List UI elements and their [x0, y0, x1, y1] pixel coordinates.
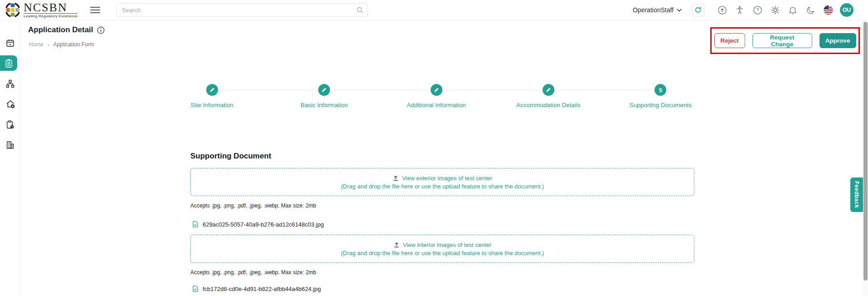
step-supporting-documents[interactable]: 5 Supporting Documents — [605, 84, 717, 109]
user-avatar[interactable]: OU — [840, 3, 853, 17]
sidebar-item-applications[interactable] — [0, 55, 17, 71]
chevron-down-icon — [677, 9, 682, 12]
upload-title: View interior images of test center — [403, 242, 492, 248]
upload-hint: (Drag and drop the file here or use the … — [341, 183, 544, 190]
info-icon[interactable] — [97, 26, 105, 34]
dark-mode-moon-icon[interactable] — [805, 4, 816, 16]
brand-name: NCSBN — [24, 2, 78, 13]
file-check-icon — [192, 221, 199, 228]
settings-gear-icon[interactable] — [769, 4, 781, 16]
refresh-button[interactable] — [692, 4, 704, 16]
upload-accepts-note: Accepts .jpg, .png, .pdf, .jpeg, .webp. … — [190, 202, 316, 209]
clipboard-list-icon — [4, 59, 14, 68]
approve-button[interactable]: Approve — [820, 33, 856, 48]
breadcrumb-current: Application Form — [53, 41, 94, 48]
upload-dropzone-interior[interactable]: View interior images of test center (Dra… — [190, 235, 694, 263]
file-name: fcb172d8-cd0e-4d91-b822-afbb44a4b624.jpg — [203, 286, 321, 292]
office-building-icon — [5, 140, 15, 150]
home-plus-icon — [5, 99, 15, 109]
step-accommodation-details[interactable]: Accommodation Details — [492, 84, 604, 109]
upload-accepts-note: Accepts .jpg, .png, .pdf, .jpeg, .webp. … — [190, 269, 316, 276]
sidebar-item-pending-tasks[interactable] — [0, 117, 20, 132]
search-icon[interactable] — [356, 6, 364, 14]
sidebar-item-calendar[interactable] — [0, 35, 20, 50]
help-icon[interactable]: ? — [752, 4, 763, 16]
file-check-icon — [192, 285, 199, 292]
step-completed-pencil-icon — [318, 84, 330, 96]
global-search — [116, 3, 368, 17]
step-site-information[interactable]: Site Information — [156, 84, 268, 109]
sidebar-item-site-add[interactable] — [0, 96, 20, 112]
user-role-label: OperationStaff — [633, 6, 674, 14]
upload-hint: (Drag and drop the file here or use the … — [341, 250, 544, 257]
breadcrumb-home[interactable]: Home — [29, 41, 44, 48]
step-number-badge: 5 — [655, 84, 666, 96]
breadcrumb: Home › Application Form — [29, 41, 94, 48]
action-buttons-annotation: Reject Request Change Approve — [710, 27, 860, 54]
menu-toggle-icon[interactable] — [90, 7, 100, 13]
upload-icon — [393, 175, 399, 181]
step-completed-pencil-icon — [543, 84, 554, 96]
file-name: 629ac025-5057-40a9-b276-ad12c6148c03.jpg — [203, 221, 324, 228]
sidebar-item-organizations[interactable] — [0, 137, 20, 153]
user-role-menu[interactable]: OperationStaff — [633, 6, 682, 14]
upload-title: View exterior images of test center — [402, 175, 492, 182]
search-input[interactable] — [116, 3, 368, 17]
sitemap-icon — [5, 79, 15, 89]
feedback-tab[interactable]: Feedback — [850, 178, 863, 212]
application-stepper: Site Information Basic Information Addit… — [156, 84, 717, 109]
upload-icon — [393, 242, 400, 248]
uploaded-file-exterior[interactable]: 629ac025-5057-40a9-b276-ad12c6148c03.jpg — [192, 221, 324, 228]
ncsbn-logo[interactable]: NCSBN Leading Regulatory Excellence — [0, 2, 78, 18]
scrollbar-thumb[interactable] — [863, 22, 868, 281]
language-flag-icon[interactable] — [822, 4, 834, 16]
upload-circle-icon[interactable] — [716, 4, 728, 16]
uploaded-file-interior[interactable]: fcb172d8-cd0e-4d91-b822-afbb44a4b624.jpg — [192, 285, 321, 292]
step-completed-pencil-icon — [206, 84, 218, 96]
brand-tagline: Leading Regulatory Excellence — [24, 13, 78, 18]
notifications-bell-icon[interactable] — [787, 4, 799, 16]
clipboard-clock-icon — [5, 120, 15, 129]
svg-text:?: ? — [756, 7, 759, 13]
page-title: Application Detail — [28, 25, 105, 35]
step-completed-pencil-icon — [431, 84, 442, 96]
vertical-scrollbar[interactable] — [863, 20, 868, 296]
section-title: Supporting Document — [190, 152, 271, 161]
calendar-icon — [5, 38, 15, 48]
app-header: NCSBN Leading Regulatory Excellence Oper… — [0, 0, 868, 20]
left-sidebar — [0, 20, 20, 296]
step-basic-information[interactable]: Basic Information — [268, 84, 380, 109]
refresh-icon — [694, 6, 702, 14]
ncsbn-logo-icon — [5, 2, 21, 18]
sidebar-item-org-chart[interactable] — [0, 76, 20, 91]
step-additional-information[interactable]: Additional Information — [380, 84, 492, 109]
breadcrumb-separator: › — [48, 42, 49, 47]
accessibility-icon[interactable] — [734, 4, 746, 16]
upload-dropzone-exterior[interactable]: View exterior images of test center (Dra… — [190, 168, 694, 196]
reject-button[interactable]: Reject — [714, 33, 745, 48]
request-change-button[interactable]: Request Change — [752, 33, 812, 48]
